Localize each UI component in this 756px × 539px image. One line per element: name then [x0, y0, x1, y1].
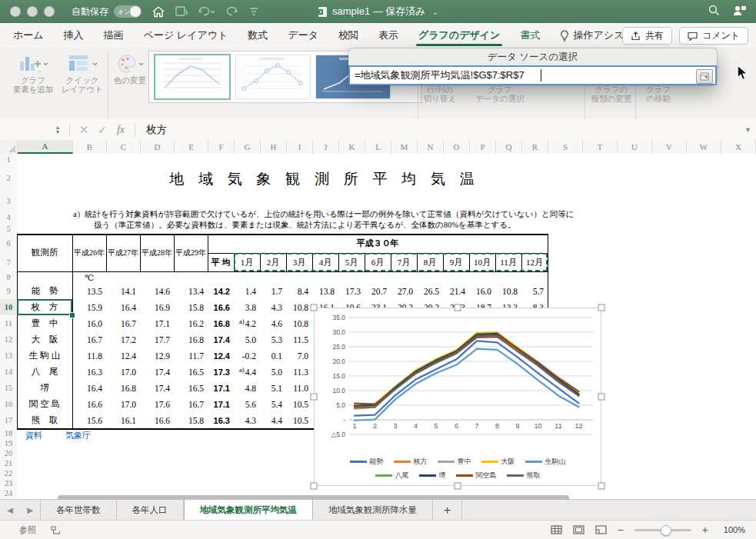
formula-bar-value[interactable]: 枚方	[146, 123, 167, 137]
cell[interactable]: 16.7	[106, 315, 140, 331]
ribbon-tab-書式[interactable]: 書式	[510, 23, 550, 48]
column-header-P[interactable]: P	[470, 140, 496, 154]
cell[interactable]: 4.4	[260, 412, 286, 428]
zoom-slider-knob[interactable]	[661, 525, 671, 536]
cell[interactable]: 16.9	[140, 299, 174, 315]
add-chart-element-button[interactable]: グラフ 要素を追加	[11, 52, 55, 95]
row-header-9[interactable]: 9	[0, 283, 17, 299]
cell[interactable]: 4.3	[234, 412, 260, 428]
select-all-corner[interactable]	[0, 140, 18, 154]
cell[interactable]: 3.8	[234, 299, 260, 315]
row-header-5[interactable]: 5	[0, 223, 17, 234]
switch-row-column-button[interactable]: 行/列の 切り替え	[424, 85, 457, 103]
column-header-T[interactable]: T	[583, 140, 618, 154]
cell[interactable]: 5.1	[260, 380, 286, 396]
cell[interactable]: 5.0	[260, 364, 286, 380]
cell[interactable]: 17.1	[208, 396, 234, 412]
row-header-10[interactable]: 10	[0, 299, 17, 315]
chart-selection-handle[interactable]	[598, 304, 605, 311]
column-header-C[interactable]: C	[107, 140, 141, 154]
column-header-D[interactable]: D	[141, 140, 175, 154]
row-header-17[interactable]: 17	[0, 412, 17, 428]
cell[interactable]: 20.7	[365, 283, 391, 299]
cell[interactable]: 17.7	[140, 331, 174, 348]
page-layout-view-icon[interactable]	[573, 525, 584, 534]
prev-sheet-arrow[interactable]: ◀	[0, 500, 20, 521]
station-cell[interactable]: 八 尾	[17, 364, 72, 380]
row-header-13[interactable]: 13	[0, 348, 17, 364]
cell[interactable]: 5.0	[234, 331, 260, 348]
accessibility-icon[interactable]	[50, 525, 62, 535]
row-header-8[interactable]: 8	[0, 271, 17, 283]
row-header-23[interactable]: 23	[0, 478, 17, 488]
select-chart-data-button[interactable]: グラフ データの選択	[475, 85, 525, 103]
cell[interactable]: a)4.2	[234, 315, 260, 331]
station-cell[interactable]: 生 駒 山	[17, 348, 72, 364]
close-window-button[interactable]	[10, 6, 21, 17]
cell[interactable]: a)4.4	[234, 364, 260, 380]
column-header-W[interactable]: W	[687, 140, 721, 154]
fill-handle[interactable]	[69, 312, 75, 318]
cell[interactable]: 16.6	[140, 412, 174, 428]
cell[interactable]: 17.4	[140, 364, 174, 380]
column-header-N[interactable]: N	[418, 140, 444, 154]
column-header-I[interactable]: I	[287, 140, 313, 154]
cell[interactable]: -0.2	[234, 348, 260, 364]
cell[interactable]: 5.3	[260, 331, 286, 348]
chart-selection-handle[interactable]	[598, 394, 605, 401]
save-sync-icon[interactable]	[175, 6, 188, 17]
chart-selection-handle[interactable]	[311, 304, 318, 311]
column-header-O[interactable]: O	[444, 140, 470, 154]
minimize-window-button[interactable]	[27, 6, 38, 17]
column-header-M[interactable]: M	[391, 140, 418, 154]
cancel-entry-icon[interactable]: ✕	[75, 123, 93, 137]
cell[interactable]: 16.7	[174, 396, 208, 412]
cell[interactable]: 1.4	[234, 283, 260, 299]
row-header-24[interactable]: 24	[0, 488, 17, 498]
station-cell[interactable]: 熊 取	[17, 412, 72, 428]
sheet-tab-地域気象観測所降水量[interactable]: 地域気象観測所降水量	[313, 500, 433, 521]
cell[interactable]: 14.1	[106, 283, 140, 299]
column-header-F[interactable]: F	[208, 140, 235, 154]
ribbon-tab-ページ レイアウト[interactable]: ページ レイアウト	[134, 23, 238, 48]
cell[interactable]: 17.1	[140, 315, 174, 331]
sheet-canvas[interactable]: 地 域 気 象 観 測 所 平 均 気 温a）統計を行う対象資料が許容範囲で欠け…	[17, 154, 756, 500]
column-header-R[interactable]: R	[522, 140, 548, 154]
cell[interactable]: 5.6	[234, 396, 260, 412]
confirm-entry-icon[interactable]: ✓	[93, 123, 112, 137]
insert-function-icon[interactable]: fx	[112, 124, 130, 136]
row-header-11[interactable]: 11	[0, 315, 17, 331]
cell[interactable]: 5.7	[521, 283, 548, 299]
cell[interactable]: 17.0	[106, 364, 140, 380]
formula-bar-expand-icon[interactable]: ▼	[744, 126, 751, 134]
cell[interactable]: 15.6	[72, 412, 106, 428]
row-header-14[interactable]: 14	[0, 364, 17, 380]
station-cell[interactable]: 大 阪	[17, 331, 72, 348]
row-header-1[interactable]: 1	[0, 154, 17, 165]
column-header-U[interactable]: U	[618, 140, 652, 154]
cell[interactable]: 14.2	[208, 283, 234, 299]
station-cell[interactable]: 関 空 島	[17, 396, 72, 412]
cell[interactable]: 15.8	[174, 412, 208, 428]
cell[interactable]: 13.4	[174, 283, 208, 299]
cell[interactable]: 16.4	[106, 299, 140, 315]
column-header-X[interactable]: X	[721, 140, 756, 154]
add-sheet-button[interactable]: +	[433, 500, 462, 521]
column-header-B[interactable]: B	[73, 140, 107, 154]
cell[interactable]: 16.5	[174, 364, 208, 380]
column-header-A[interactable]: A	[18, 140, 73, 154]
station-cell[interactable]: 能 勢	[17, 283, 72, 299]
share-button[interactable]: 共有	[622, 27, 672, 45]
name-box-stepper[interactable]: ▲▼	[51, 122, 65, 138]
cell[interactable]: 12.4	[106, 348, 140, 364]
sheet-tab-地域気象観測所平均気温[interactable]: 地域気象観測所平均気温	[184, 499, 314, 521]
cell[interactable]: 12.9	[140, 348, 174, 364]
cell[interactable]: 7.0	[286, 348, 312, 364]
row-header-4[interactable]: 4	[0, 211, 17, 223]
column-header-H[interactable]: H	[261, 140, 287, 154]
cell[interactable]: 17.4	[140, 380, 174, 396]
cell[interactable]: 16.8	[174, 331, 208, 348]
cell[interactable]: 4.8	[234, 380, 260, 396]
cell[interactable]: 16.3	[208, 412, 234, 428]
cell[interactable]: 16.5	[174, 380, 208, 396]
